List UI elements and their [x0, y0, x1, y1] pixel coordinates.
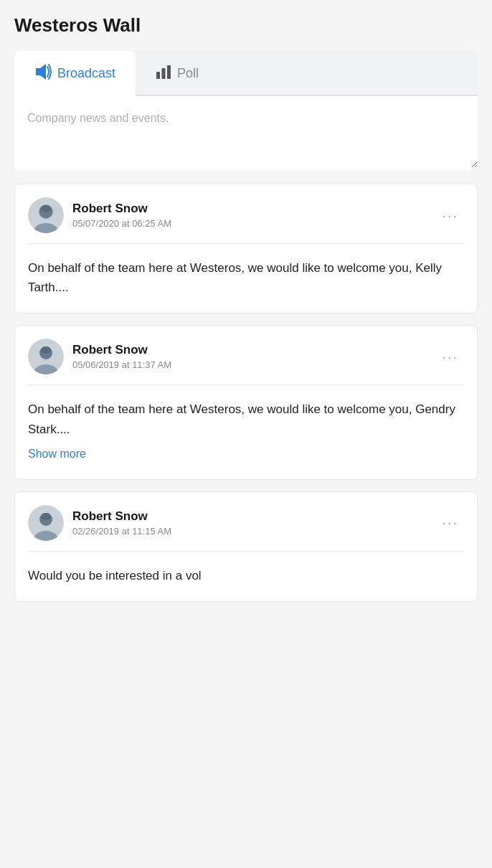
poll-icon	[156, 65, 171, 82]
posts-list: Robert Snow 05/07/2020 at 06:25 AM ··· O…	[14, 184, 478, 602]
post-header: Robert Snow 02/26/2019 at 11:15 AM ···	[15, 492, 477, 551]
post-body: On behalf of the team here at Westeros, …	[15, 244, 477, 313]
tab-poll[interactable]: Poll	[136, 51, 219, 95]
post-menu-button[interactable]: ···	[436, 204, 464, 227]
post-card: Robert Snow 02/26/2019 at 11:15 AM ··· W…	[14, 491, 478, 602]
compose-textarea[interactable]	[14, 96, 478, 168]
post-text: On behalf of the team here at Westeros, …	[28, 402, 455, 435]
post-card: Robert Snow 05/07/2020 at 06:25 AM ··· O…	[14, 184, 478, 313]
tab-broadcast[interactable]: Broadcast	[14, 51, 136, 95]
post-header: Robert Snow 05/06/2019 at 11:37 AM ···	[15, 326, 477, 385]
post-header-left: Robert Snow 02/26/2019 at 11:15 AM	[28, 505, 171, 541]
svg-point-17	[41, 513, 51, 520]
page-title: Westeros Wall	[14, 14, 478, 37]
show-more-button[interactable]: Show more	[28, 445, 86, 463]
post-text: On behalf of the team here at Westeros, …	[28, 261, 442, 294]
post-author-info: Robert Snow 02/26/2019 at 11:15 AM	[72, 509, 171, 537]
svg-rect-1	[156, 72, 160, 79]
compose-card: Broadcast Poll	[14, 51, 478, 171]
svg-point-13	[41, 346, 51, 354]
post-menu-button[interactable]: ···	[436, 511, 464, 534]
post-author-info: Robert Snow 05/07/2020 at 06:25 AM	[72, 202, 171, 229]
post-header-left: Robert Snow 05/06/2019 at 11:37 AM	[28, 339, 171, 374]
compose-body	[14, 95, 478, 171]
post-text: Would you be interested in a vol	[28, 569, 202, 582]
post-timestamp: 05/06/2019 at 11:37 AM	[72, 359, 171, 370]
post-card: Robert Snow 05/06/2019 at 11:37 AM ··· O…	[14, 325, 478, 480]
tab-poll-label: Poll	[177, 66, 199, 81]
post-menu-button[interactable]: ···	[436, 346, 464, 368]
tab-bar: Broadcast Poll	[14, 51, 478, 95]
post-author-name: Robert Snow	[72, 509, 171, 524]
broadcast-icon	[34, 64, 52, 83]
post-body: On behalf of the team here at Westeros, …	[15, 385, 477, 479]
post-author-name: Robert Snow	[72, 202, 171, 216]
post-timestamp: 05/07/2020 at 06:25 AM	[72, 218, 171, 229]
post-header: Robert Snow 05/07/2020 at 06:25 AM ···	[15, 184, 477, 243]
post-author-info: Robert Snow 05/06/2019 at 11:37 AM	[72, 343, 171, 370]
post-body: Would you be interested in a vol	[15, 552, 477, 601]
post-header-left: Robert Snow 05/07/2020 at 06:25 AM	[28, 197, 171, 233]
tab-broadcast-label: Broadcast	[57, 66, 115, 81]
svg-rect-2	[162, 68, 166, 79]
avatar	[28, 339, 64, 374]
post-timestamp: 02/26/2019 at 11:15 AM	[72, 526, 171, 537]
svg-rect-3	[167, 65, 171, 79]
svg-marker-0	[36, 64, 46, 80]
post-author-name: Robert Snow	[72, 343, 171, 357]
avatar	[28, 505, 64, 541]
avatar	[28, 197, 64, 233]
svg-point-9	[41, 205, 51, 212]
